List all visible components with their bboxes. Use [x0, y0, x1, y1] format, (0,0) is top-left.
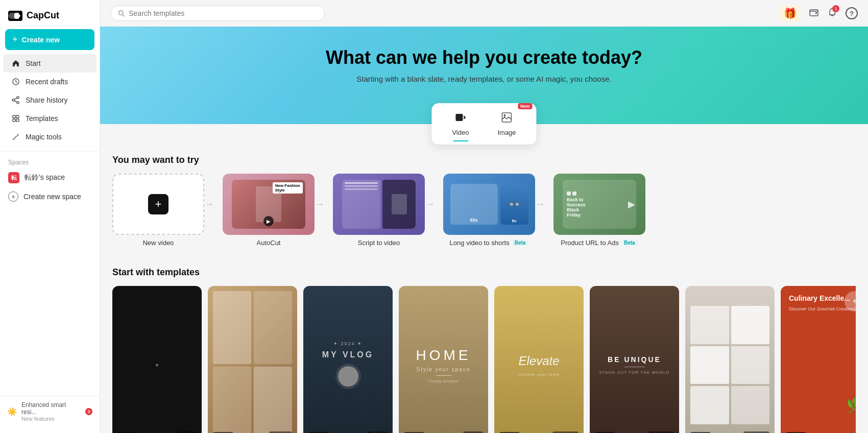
svg-line-7	[14, 98, 17, 100]
wand-icon	[11, 132, 20, 141]
svg-rect-11	[13, 119, 15, 122]
spaces-section-label: Spaces	[0, 157, 100, 168]
template-5-overlay: 00:14 🔥 141	[494, 427, 584, 433]
templates-section-title: Start with templates	[112, 267, 856, 278]
svg-rect-12	[16, 119, 19, 122]
sidebar-item-recent-drafts-label: Recent drafts	[26, 78, 68, 86]
home-icon	[11, 59, 20, 68]
help-icon: ?	[850, 10, 854, 17]
sidebar-item-magic-tools[interactable]: Magic tools	[3, 128, 97, 146]
sidebar-item-start[interactable]: Start	[3, 54, 97, 73]
svg-rect-23	[502, 113, 512, 122]
try-section: You may want to try + New video →	[112, 155, 856, 247]
longvideo-label: Long video to shorts	[450, 239, 510, 247]
longvideo-visual: 92s 👓 8s	[443, 174, 535, 235]
wallet-icon	[809, 8, 819, 19]
template-card-6[interactable]: BE UNIQUE STAND OUT FOR THE WORLD 00:14 …	[590, 286, 679, 433]
try-item-script[interactable]: Script to video	[333, 174, 425, 247]
gift-button[interactable]: 🎁	[780, 5, 801, 21]
templates-section: Start with templates ✦ 00:09 🔥 6	[112, 267, 856, 433]
try-item-longvideo[interactable]: 92s 👓 8s Long video to shorts	[443, 174, 535, 247]
search-input[interactable]	[129, 9, 317, 17]
create-space-label: Create new space	[23, 193, 81, 201]
svg-rect-10	[16, 115, 19, 118]
arrow-4: →	[535, 198, 545, 210]
wallet-button[interactable]	[809, 7, 819, 20]
script-label: Script to video	[358, 239, 400, 247]
svg-line-18	[123, 14, 124, 16]
script-card	[333, 174, 425, 235]
script-visual	[333, 174, 425, 235]
create-new-button[interactable]: + Create new	[5, 29, 94, 50]
topbar-icons: 🎁 1	[780, 5, 858, 21]
longvideo-label-row: Long video to shorts Beta	[450, 239, 529, 247]
new-badge: New	[518, 103, 533, 109]
bottom-subtitle: New features	[21, 416, 81, 422]
template-7-overlay: 00:12 🔥 761	[685, 427, 775, 433]
create-space-icon: +	[8, 191, 18, 202]
grid-icon	[11, 114, 20, 123]
app-logo: CapCut	[0, 6, 100, 29]
sidebar-item-share-history[interactable]: Share history	[3, 91, 97, 109]
try-item-product[interactable]: Back toSuccessBlackFriday ▶ Product URL …	[553, 174, 645, 247]
template-6-overlay: 00:14 🔥 198	[590, 427, 679, 433]
template-card-8[interactable]: Culinary Excelle... Discover Our Gourmet…	[781, 286, 856, 433]
plus-icon: +	[12, 34, 18, 45]
sidebar-item-templates[interactable]: Templates	[3, 109, 97, 128]
sidebar-bottom-notification[interactable]: ☀️ Enhanced smart resi... New features 9	[0, 396, 100, 427]
template-8-overlay: 00:05	[781, 428, 856, 433]
sidebar-item-share-history-label: Share history	[26, 96, 67, 104]
svg-marker-22	[464, 115, 466, 119]
search-bar[interactable]	[110, 6, 325, 21]
svg-point-5	[12, 99, 14, 101]
sidebar-item-create-space[interactable]: + Create new space	[0, 187, 100, 206]
try-item-script-wrapper: Script to video →	[333, 174, 435, 247]
try-item-new-video[interactable]: + New video	[112, 174, 204, 247]
template-card-7[interactable]: 00:12 🔥 761	[685, 286, 775, 433]
hero-tab-video[interactable]: Video	[440, 107, 481, 140]
autocut-visual: New FashionStyle ▶	[223, 174, 315, 235]
sidebar-item-転鈴-space[interactable]: 転 転鈴's space	[0, 168, 100, 187]
svg-rect-21	[455, 114, 463, 121]
video-tab-icon	[454, 111, 467, 127]
svg-line-13	[13, 136, 17, 140]
template-card-1[interactable]: ✦ 00:09 🔥 6	[112, 286, 202, 433]
hero-tab-image[interactable]: New Image	[485, 107, 528, 140]
template-card-4[interactable]: HOME Style your space *Trendy furniture*…	[399, 286, 488, 433]
image-tab-icon	[501, 111, 513, 127]
template-card-5[interactable]: Elevate Choose your style 00:14 🔥 141	[494, 286, 584, 433]
product-beta-badge: Beta	[621, 239, 638, 246]
try-grid: + New video →	[112, 174, 856, 247]
help-button[interactable]: ?	[846, 7, 858, 19]
svg-point-4	[17, 97, 19, 99]
new-video-card: +	[112, 174, 204, 235]
sidebar: CapCut + Create new Start Recent drafts	[0, 0, 100, 433]
sidebar-item-templates-label: Templates	[26, 114, 58, 123]
notification-button[interactable]: 1	[827, 7, 837, 20]
try-item-autocut-wrapper: New FashionStyle ▶ AutoCut →	[223, 174, 325, 247]
capcut-logo-icon	[8, 11, 22, 21]
sidebar-item-recent-drafts[interactable]: Recent drafts	[3, 73, 97, 91]
longvideo-beta-badge: Beta	[512, 239, 529, 246]
svg-rect-20	[815, 12, 817, 14]
hero-subtitle: Starting with a blank slate, ready templ…	[110, 75, 858, 83]
video-tab-label: Video	[452, 129, 469, 136]
template-card-2[interactable]: 00:10 🔥 89	[208, 286, 297, 433]
template-3-overlay: 00:16 🔥 6	[303, 427, 393, 433]
sidebar-item-magic-tools-label: Magic tools	[26, 133, 62, 141]
sidebar-divider	[0, 151, 100, 152]
arrow-1: →	[204, 198, 214, 210]
try-item-autocut[interactable]: New FashionStyle ▶ AutoCut	[223, 174, 315, 247]
svg-point-24	[504, 114, 506, 116]
template-card-3[interactable]: ✦ 2024 ✦ MY VLOG 00:16 🔥 6	[303, 286, 393, 433]
svg-line-8	[14, 101, 17, 102]
new-video-plus: +	[148, 194, 168, 214]
product-card: Back toSuccessBlackFriday ▶	[553, 174, 645, 235]
gift-icon: 🎁	[784, 8, 797, 19]
product-label: Product URL to Ads	[561, 239, 619, 247]
arrow-2: →	[315, 198, 325, 210]
bottom-text-block: Enhanced smart resi... New features	[21, 401, 81, 422]
try-item-new-video-wrapper: + New video →	[112, 174, 214, 247]
product-label-row: Product URL to Ads Beta	[561, 239, 638, 247]
bottom-title: Enhanced smart resi...	[21, 401, 81, 416]
